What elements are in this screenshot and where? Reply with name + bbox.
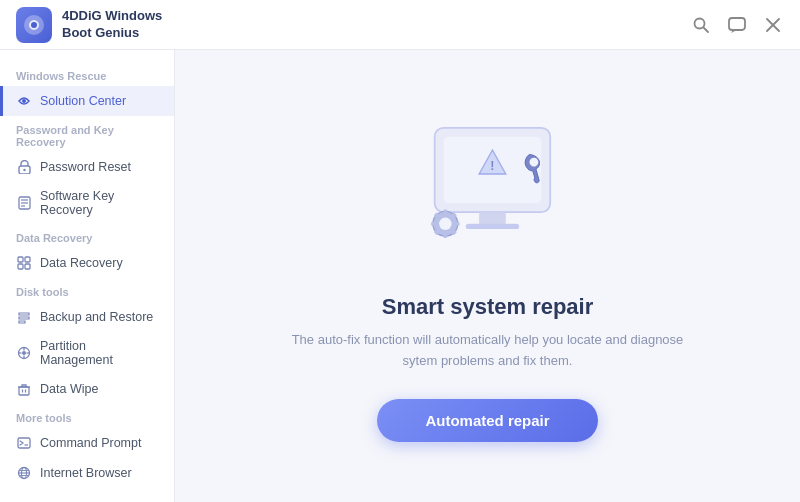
svg-point-19 [22,351,26,355]
sidebar-item-label: Solution Center [40,94,126,108]
smart-repair-illustration: ! [388,110,588,270]
sidebar-item-data-wipe[interactable]: Data Wipe [0,374,174,404]
svg-text:!: ! [490,159,494,173]
sidebar-item-backup-restore[interactable]: Backup and Restore [0,302,174,332]
svg-rect-37 [465,223,518,228]
sidebar-item-software-key-recovery[interactable]: Software Key Recovery [0,182,174,224]
sidebar-item-solution-center[interactable]: Solution Center [0,86,174,116]
help-icon[interactable] [726,14,748,36]
sidebar-section-more-tools: More tools [0,404,174,428]
close-icon[interactable] [762,14,784,36]
data-recovery-icon [16,255,32,271]
password-reset-icon [16,159,32,175]
search-icon[interactable] [690,14,712,36]
app-logo [16,7,52,43]
title-bar: 4DDiG Windows Boot Genius [0,0,800,50]
svg-point-1 [31,22,37,28]
title-bar-actions [690,14,784,36]
backup-restore-icon [16,309,32,325]
svg-line-3 [704,27,709,32]
sidebar-item-internet-browser[interactable]: Internet Browser [0,458,174,488]
svg-rect-14 [18,257,23,262]
svg-rect-42 [443,232,447,237]
content-title: Smart system repair [382,294,594,320]
main-layout: Windows Rescue Solution Center Password … [0,50,800,502]
automated-repair-button[interactable]: Automated repair [377,399,597,442]
sidebar-section-disk-tools: Disk tools [0,278,174,302]
sidebar-item-label: Software Key Recovery [40,189,158,217]
software-key-icon [16,195,32,211]
sidebar-item-command-prompt[interactable]: Command Prompt [0,428,174,458]
sidebar-item-label: Data Wipe [40,382,98,396]
svg-rect-4 [729,18,745,30]
sidebar-item-label: Data Recovery [40,256,123,270]
svg-rect-43 [431,222,436,226]
sidebar-item-label: Backup and Restore [40,310,153,324]
sidebar-section-password: Password and Key Recovery [0,116,174,152]
svg-point-7 [22,99,26,103]
command-prompt-icon [16,435,32,451]
svg-rect-44 [454,222,459,226]
svg-rect-16 [18,264,23,269]
sidebar-item-data-recovery[interactable]: Data Recovery [0,248,174,278]
upgrade-area: Upgrade [0,488,174,502]
content-description: The auto-fix function will automatically… [278,330,698,372]
sidebar-section-windows-rescue: Windows Rescue [0,62,174,86]
svg-rect-41 [443,209,447,214]
sidebar-item-label: Internet Browser [40,466,132,480]
sidebar-item-label: Command Prompt [40,436,141,450]
sidebar-item-partition-management[interactable]: Partition Management [0,332,174,374]
internet-browser-icon [16,465,32,481]
sidebar-item-password-reset[interactable]: Password Reset [0,152,174,182]
svg-rect-15 [25,257,30,262]
svg-rect-24 [19,387,29,395]
data-wipe-icon [16,381,32,397]
solution-center-icon [16,93,32,109]
content-area: ! Smart system repair The [175,50,800,502]
svg-rect-17 [25,264,30,269]
svg-rect-36 [479,212,506,224]
svg-point-9 [23,169,25,171]
partition-mgmt-icon [16,345,32,361]
app-title: 4DDiG Windows Boot Genius [62,8,162,42]
sidebar-item-label: Password Reset [40,160,131,174]
sidebar-item-label: Partition Management [40,339,158,367]
sidebar-section-data-recovery: Data Recovery [0,224,174,248]
sidebar: Windows Rescue Solution Center Password … [0,50,175,502]
title-bar-left: 4DDiG Windows Boot Genius [16,7,162,43]
svg-point-40 [439,217,451,229]
